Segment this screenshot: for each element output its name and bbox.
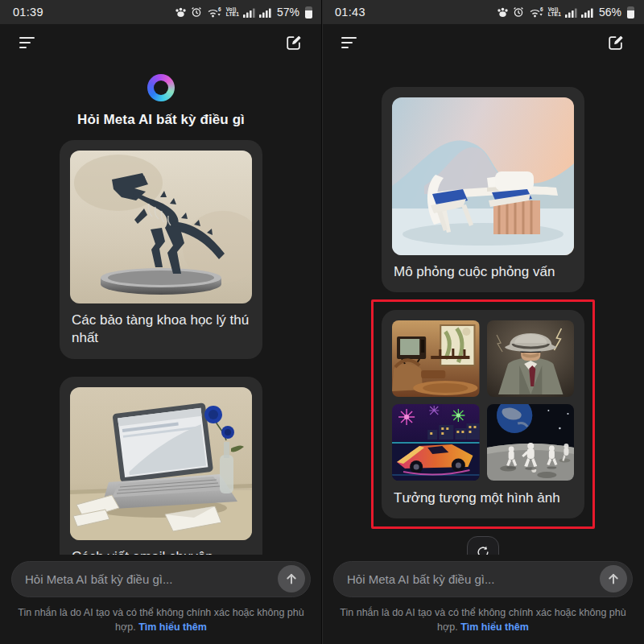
bottom-bar: Tin nhắn là do AI tạo và có thể không ch… (0, 555, 322, 644)
card-caption: Mô phỏng cuộc phỏng vấn (392, 255, 574, 282)
svg-text:6: 6 (540, 6, 543, 12)
meta-ai-logo (147, 74, 175, 101)
hero: Hỏi Meta AI bất kỳ điều gì (0, 61, 322, 128)
volte-indicator: Vo)) LTE1 (226, 7, 239, 18)
send-up-arrow-icon (606, 572, 621, 586)
alarm-clock-icon (191, 6, 202, 18)
ai-disclaimer: Tin nhắn là do AI tạo và có thể không ch… (333, 605, 633, 634)
card-caption: Tưởng tượng một hình ảnh (392, 481, 574, 507)
screen-divider (321, 0, 323, 644)
suggestion-card-imagine[interactable]: Tưởng tượng một hình ảnh (382, 310, 584, 518)
tile-living-room (392, 320, 480, 397)
bottom-bar: Tin nhắn là do AI tạo và có thể không ch… (322, 555, 644, 644)
composer (11, 561, 311, 597)
send-button[interactable] (278, 565, 305, 592)
ai-disclaimer: Tin nhắn là do AI tạo và có thể không ch… (11, 605, 311, 634)
composer (333, 561, 633, 597)
volte-indicator: Vo)) LTE1 (548, 7, 561, 18)
signal-bars-icon (243, 7, 255, 18)
red-highlight-annotation: Tưởng tượng một hình ảnh (371, 299, 595, 528)
suggestion-card-museums[interactable]: Các bảo tàng khoa học lý thú nhất (60, 140, 262, 359)
svg-text:6: 6 (218, 6, 221, 12)
tile-race-car (392, 404, 480, 481)
tile-detective (487, 320, 575, 397)
menu-icon[interactable] (340, 34, 358, 52)
paw-icon (497, 7, 509, 18)
battery-percent: 56% (599, 6, 621, 19)
pastel-desk-illustration (392, 97, 574, 255)
send-button[interactable] (600, 565, 627, 592)
status-bar: 01:39 6 Vo)) LTE1 (0, 0, 322, 24)
signal-bars-icon (565, 7, 577, 18)
battery-icon (627, 6, 634, 19)
signal-bars-icon (581, 7, 593, 18)
alarm-clock-icon (513, 6, 524, 18)
new-chat-compose-icon[interactable] (605, 32, 626, 53)
dinosaur-skeleton-illustration (70, 151, 252, 303)
meta-ai-dual-screenshot: 01:39 6 Vo)) LTE1 (0, 0, 644, 644)
tile-moon-astronauts (487, 404, 575, 481)
battery-percent: 57% (277, 6, 299, 19)
wifi-6-icon: 6 (206, 6, 222, 19)
message-input[interactable] (25, 572, 278, 586)
message-input[interactable] (347, 572, 600, 586)
card-caption: Các bảo tàng khoa học lý thú nhất (70, 303, 252, 349)
right-phone-screen: 01:43 6 Vo)) LTE1 (322, 0, 644, 644)
paw-icon (175, 7, 187, 18)
greeting-title: Hỏi Meta AI bất kỳ điều gì (77, 112, 245, 128)
signal-bars-icon (259, 7, 271, 18)
suggestion-card-email[interactable]: Cách viết email chuyên (60, 377, 262, 577)
app-header (322, 24, 644, 61)
clock-time: 01:43 (335, 6, 365, 19)
new-chat-compose-icon[interactable] (283, 32, 304, 53)
laptop-email-illustration (70, 387, 252, 540)
left-phone-screen: 01:39 6 Vo)) LTE1 (0, 0, 322, 644)
send-up-arrow-icon (284, 572, 299, 586)
wifi-6-icon: 6 (528, 6, 544, 19)
menu-icon[interactable] (18, 34, 36, 52)
clock-time: 01:39 (13, 6, 43, 19)
learn-more-link[interactable]: Tìm hiểu thêm (138, 621, 207, 633)
app-header (0, 24, 322, 61)
suggestion-card-interview[interactable]: Mô phỏng cuộc phỏng vấn (382, 87, 584, 292)
status-bar: 01:43 6 Vo)) LTE1 (322, 0, 644, 24)
image-grid (392, 320, 574, 481)
learn-more-link[interactable]: Tìm hiểu thêm (460, 621, 529, 633)
battery-icon (305, 6, 312, 19)
